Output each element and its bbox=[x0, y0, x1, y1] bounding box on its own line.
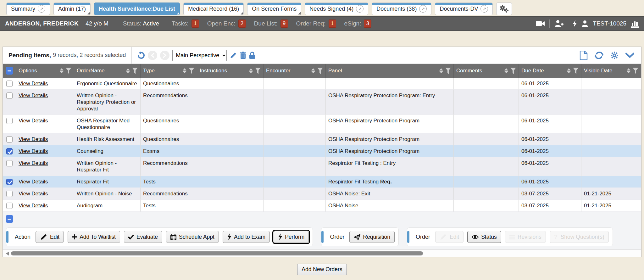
sort-arrows-icon[interactable] bbox=[627, 68, 630, 73]
column-header-ordername[interactable]: OrderName bbox=[74, 64, 141, 78]
requisition-button[interactable]: Requisition bbox=[349, 231, 395, 243]
schedule-appt-button[interactable]: Schedule Appt bbox=[166, 231, 219, 243]
chevron-left-icon[interactable] bbox=[148, 51, 157, 60]
counter-badge[interactable]: 9 bbox=[280, 20, 288, 28]
filter-funnel-icon[interactable] bbox=[317, 68, 323, 74]
column-header-panel[interactable]: Panel bbox=[326, 64, 454, 78]
row-checkbox[interactable] bbox=[6, 81, 13, 87]
edit-button[interactable]: Edit bbox=[36, 231, 64, 243]
filter-funnel-icon[interactable] bbox=[445, 68, 451, 74]
filter-funnel-icon[interactable] bbox=[255, 68, 261, 74]
tab-admin-17[interactable]: Admin (17) bbox=[53, 3, 91, 15]
status-button[interactable]: Status bbox=[467, 231, 501, 243]
person-add-icon[interactable] bbox=[554, 20, 564, 27]
row-checkbox[interactable] bbox=[6, 160, 13, 166]
tab-medical-record-16[interactable]: Medical Record (16) bbox=[183, 3, 244, 15]
add-to-exam-button[interactable]: Add to Exam bbox=[223, 231, 270, 243]
external-link-icon[interactable]: ↗ bbox=[419, 5, 427, 13]
select-all-minus-icon[interactable] bbox=[6, 67, 13, 75]
filter-funnel-icon[interactable] bbox=[633, 68, 638, 74]
row-checkbox[interactable] bbox=[6, 92, 13, 99]
column-header-due-date[interactable]: Due Date bbox=[519, 64, 581, 78]
column-header-type[interactable]: Type bbox=[141, 64, 197, 78]
view-details-link[interactable]: View Details bbox=[19, 92, 48, 98]
sort-arrows-icon[interactable] bbox=[504, 68, 508, 73]
gear-icon[interactable] bbox=[610, 51, 619, 59]
scroll-left-arrow-icon[interactable] bbox=[6, 251, 9, 256]
filter-funnel-icon[interactable] bbox=[573, 68, 579, 74]
row-checkbox[interactable] bbox=[6, 136, 13, 143]
tab-on-screen-forms[interactable]: On Screen Forms bbox=[247, 3, 301, 15]
tab-summary[interactable]: Summary↗ bbox=[6, 3, 50, 15]
video-camera-icon[interactable] bbox=[536, 20, 545, 27]
action-group-order: Order Requisition bbox=[321, 227, 399, 246]
due-date-cell: 06-01-2025 bbox=[519, 78, 581, 90]
chevron-right-icon[interactable] bbox=[160, 51, 169, 60]
sort-arrows-icon[interactable] bbox=[311, 68, 315, 73]
add-new-orders-button[interactable]: Add New Orders bbox=[297, 264, 347, 275]
view-details-link[interactable]: View Details bbox=[19, 203, 48, 209]
counter-badge[interactable]: 2 bbox=[238, 20, 246, 28]
person-icon[interactable] bbox=[581, 20, 588, 27]
bolt-icon bbox=[278, 233, 282, 240]
view-details-link[interactable]: View Details bbox=[19, 160, 48, 166]
counter-badge[interactable]: 1 bbox=[329, 20, 336, 28]
view-details-link[interactable]: View Details bbox=[19, 136, 48, 142]
row-checkbox[interactable] bbox=[6, 191, 13, 197]
undo-icon[interactable] bbox=[137, 51, 145, 59]
bar-chart-icon[interactable] bbox=[631, 20, 639, 28]
view-details-link[interactable]: View Details bbox=[19, 191, 48, 197]
external-link-icon[interactable]: ↗ bbox=[356, 5, 364, 13]
column-header-options[interactable]: Options bbox=[16, 64, 74, 78]
collapse-selection-minus-icon[interactable] bbox=[6, 215, 13, 223]
evaluate-button[interactable]: Evaluate bbox=[124, 231, 162, 243]
tab-settings-gears-button[interactable] bbox=[496, 3, 512, 15]
scrollbar-thumb[interactable] bbox=[11, 251, 423, 255]
column-label: Type bbox=[143, 68, 183, 74]
filter-funnel-icon[interactable] bbox=[132, 68, 138, 74]
edit-perspective-pencil-icon[interactable] bbox=[230, 52, 237, 59]
row-checkbox[interactable] bbox=[6, 148, 13, 154]
view-details-link[interactable]: View Details bbox=[19, 81, 48, 87]
column-header-comments[interactable]: Comments bbox=[454, 64, 519, 78]
sort-arrows-icon[interactable] bbox=[439, 68, 443, 73]
row-checkbox[interactable] bbox=[6, 118, 13, 124]
column-header-encounter[interactable]: Encounter bbox=[264, 64, 326, 78]
sort-arrows-icon[interactable] bbox=[567, 68, 571, 73]
view-details-link[interactable]: View Details bbox=[19, 179, 48, 185]
row-checkbox[interactable] bbox=[6, 179, 13, 185]
collapse-chevron-down-icon[interactable] bbox=[625, 53, 634, 58]
filter-funnel-icon[interactable] bbox=[510, 68, 516, 74]
lock-perspective-icon[interactable] bbox=[249, 52, 255, 59]
column-header-instructions[interactable]: Instructions bbox=[197, 64, 264, 78]
sort-arrows-icon[interactable] bbox=[126, 68, 130, 73]
sort-arrows-icon[interactable] bbox=[249, 68, 253, 73]
tab-documents-dv[interactable]: Documents-DV↗ bbox=[435, 3, 493, 15]
refresh-icon[interactable] bbox=[595, 51, 603, 59]
add-to-waitlist-button[interactable]: Add To Waitlist bbox=[68, 231, 120, 243]
bolt-icon[interactable] bbox=[573, 20, 577, 27]
column-label: Due Date bbox=[521, 68, 567, 74]
counter-badge[interactable]: 1 bbox=[192, 20, 199, 28]
sort-arrows-icon[interactable] bbox=[183, 68, 186, 73]
view-details-link[interactable]: View Details bbox=[19, 118, 48, 124]
perform-button[interactable]: Perform bbox=[274, 231, 309, 243]
external-link-icon[interactable]: ↗ bbox=[38, 5, 45, 13]
filter-funnel-icon[interactable] bbox=[66, 68, 71, 74]
tab-needs-signed-4[interactable]: Needs Signed (4)↗ bbox=[305, 3, 368, 15]
row-select-cell bbox=[3, 200, 16, 212]
new-document-icon[interactable] bbox=[580, 51, 588, 60]
tab-documents-38[interactable]: Documents (38)↗ bbox=[372, 3, 431, 15]
perspective-select[interactable]: Main Perspective bbox=[172, 50, 227, 61]
tab-health-surveillance-due-list[interactable]: Health Surveillance:Due List bbox=[94, 3, 180, 15]
filter-funnel-icon[interactable] bbox=[189, 68, 194, 74]
row-checkbox[interactable] bbox=[6, 203, 13, 209]
group-label: Order bbox=[416, 234, 430, 240]
counter-label: Open Enc: bbox=[207, 20, 236, 27]
counter-badge[interactable]: 3 bbox=[364, 20, 371, 28]
external-link-icon[interactable]: ↗ bbox=[480, 5, 488, 13]
view-details-link[interactable]: View Details bbox=[19, 148, 48, 154]
sort-arrows-icon[interactable] bbox=[60, 68, 64, 73]
column-header-visible-date[interactable]: Visible Date bbox=[581, 64, 641, 78]
delete-perspective-trash-icon[interactable] bbox=[240, 52, 246, 59]
